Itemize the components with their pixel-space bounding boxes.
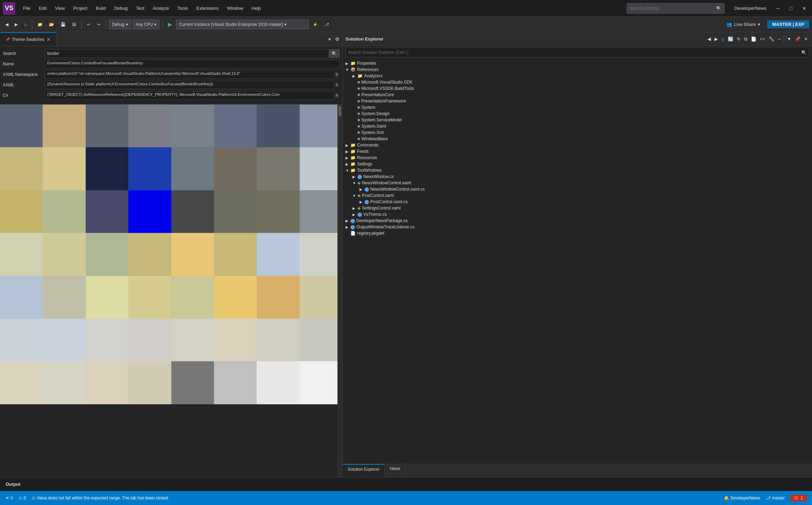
color-swatch-35[interactable] [128,276,171,319]
search-input[interactable] [45,49,329,58]
color-swatch-34[interactable] [86,276,128,319]
color-swatch-48[interactable] [0,361,43,404]
color-swatch-43[interactable] [128,319,171,361]
color-swatch-29[interactable] [214,233,257,276]
color-swatch-40[interactable] [0,319,43,361]
live-share-button[interactable]: 👥 Live Share ▾ [724,20,763,28]
tree-item[interactable]: ▶◆SettingsControl.xaml [343,205,812,211]
color-swatch-23[interactable] [300,190,342,233]
tree-item[interactable]: ■PresentationCore [343,92,812,98]
tree-item[interactable]: ▶⬤VsTheme.cs [343,211,812,218]
color-swatch-6[interactable] [257,105,299,147]
se-home-button[interactable]: ⌂ [720,36,726,43]
tree-item[interactable]: ■WindowsBase [343,136,812,142]
se-sync-button[interactable]: 🔄 [726,36,735,43]
tab-close-button[interactable]: ✕ [47,37,51,42]
color-swatch-3[interactable] [128,105,171,147]
se-show-files-button[interactable]: 📄 [749,36,758,43]
color-swatch-47[interactable] [300,319,342,361]
menu-file[interactable]: File [20,4,34,12]
color-swatch-53[interactable] [214,361,257,404]
status-branch[interactable]: ⎇ master [766,496,785,500]
status-error-item[interactable]: ✕ 0 [6,496,13,500]
tree-item[interactable]: ▶📁Analyzers [343,73,812,79]
tree-item[interactable]: ▶📁Settings [343,161,812,167]
color-swatch-20[interactable] [171,190,214,233]
close-button[interactable]: ✕ [799,4,809,13]
se-refresh-button[interactable]: ↻ [735,36,742,43]
se-search-input[interactable] [348,50,801,55]
tree-item[interactable]: ■System [343,104,812,111]
color-swatch-12[interactable] [171,147,214,190]
panel-settings-button[interactable]: ⚙ [334,36,341,43]
se-tab-solution-explorer[interactable]: Solution Explorer [343,464,385,477]
color-swatch-21[interactable] [214,190,257,233]
status-warning-item[interactable]: ⚠ 0 [19,496,26,500]
color-swatch-16[interactable] [0,190,43,233]
tree-item[interactable]: ▶⬤OutputWindowTraceListener.cs [343,224,812,230]
git-button[interactable]: ⎇ [322,21,332,28]
color-swatch-55[interactable] [300,361,342,404]
se-code-button[interactable]: <> [758,36,767,43]
color-swatch-36[interactable] [171,276,214,319]
se-properties-button[interactable]: 🔧 [767,36,776,43]
tree-item[interactable]: ▼◆PostControl.xaml [343,192,812,199]
open-button[interactable]: 📂 [47,21,57,28]
color-swatch-8[interactable] [0,147,43,190]
color-swatch-24[interactable] [0,233,43,276]
color-swatch-38[interactable] [257,276,299,319]
copy-xaml-ns-button[interactable]: ⎘ [334,71,340,78]
color-swatch-4[interactable] [171,105,214,147]
color-swatch-22[interactable] [257,190,299,233]
color-swatch-45[interactable] [214,319,257,361]
menu-search-input[interactable] [630,6,716,11]
color-swatch-7[interactable] [300,105,342,147]
color-swatch-42[interactable] [86,319,128,361]
menu-test[interactable]: Test [133,4,148,12]
tree-item[interactable]: ▼📁ToolWindows [343,167,812,173]
color-swatch-2[interactable] [86,105,128,147]
se-collapse2-button[interactable]: ▼ [785,36,793,43]
color-swatch-41[interactable] [43,319,85,361]
se-collapse-button[interactable]: ⧉ [743,36,749,43]
color-swatch-9[interactable] [43,147,85,190]
se-tab-news[interactable]: News [385,464,405,477]
color-swatch-15[interactable] [300,147,342,190]
color-swatch-19[interactable] [128,190,171,233]
tree-item[interactable]: ▼📦References [343,66,812,73]
color-swatch-51[interactable] [128,361,171,404]
debug-mode-dropdown[interactable]: Debug ▾ [109,20,131,29]
color-swatch-25[interactable] [43,233,85,276]
menu-analyze[interactable]: Analyze [149,4,172,12]
menu-help[interactable]: Help [248,4,264,12]
menu-search-box[interactable]: 🔍 [627,3,725,14]
copy-xaml-button[interactable]: ⎘ [334,82,340,88]
color-swatch-5[interactable] [214,105,257,147]
color-swatch-10[interactable] [86,147,128,190]
color-swatch-50[interactable] [86,361,128,404]
tree-item[interactable]: 📄registry.pkgdef [343,230,812,236]
undo-button[interactable]: ↩ [85,21,93,28]
theme-swatches-tab[interactable]: 📌 Theme Swatches ✕ [0,32,57,46]
tree-item[interactable]: ▼◆NewsWindowControl.xaml [343,180,812,186]
menu-build[interactable]: Build [92,4,109,12]
color-swatch-33[interactable] [43,276,85,319]
menu-debug[interactable]: Debug [111,4,131,12]
minimize-button[interactable]: ─ [774,4,783,13]
menu-tools[interactable]: Tools [174,4,191,12]
tree-item[interactable]: ▶⬤NewsWindowControl.xaml.cs [343,186,812,192]
maximize-button[interactable]: □ [787,4,795,13]
color-swatch-28[interactable] [171,233,214,276]
copy-cs-button[interactable]: ⎘ [334,92,340,99]
instance-dropdown[interactable]: Current Instance [Visual Studio Enterpri… [176,20,309,29]
tree-item[interactable]: ▶📁Commands [343,142,812,148]
tree-item[interactable]: ▶⬤PostControl.xaml.cs [343,199,812,205]
redo-button[interactable]: ↪ [94,21,103,28]
save-all-button[interactable]: 🖫 [70,21,79,28]
color-swatch-46[interactable] [257,319,299,361]
color-swatch-26[interactable] [86,233,128,276]
scrollbar[interactable] [337,105,342,477]
performance-button[interactable]: ⚡ [310,21,320,28]
se-pin-button[interactable]: 📌 [793,36,802,43]
menu-view[interactable]: View [51,4,68,12]
